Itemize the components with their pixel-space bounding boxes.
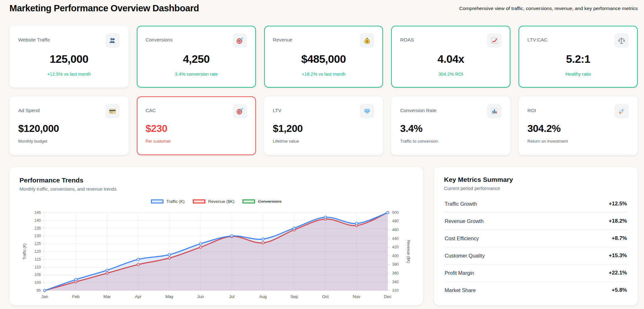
svg-text:500: 500 (392, 210, 399, 215)
summary-row-cost-efficiency: Cost Efficiency +8.7% (444, 230, 628, 247)
summary-row-label: Revenue Growth (445, 218, 484, 224)
svg-text:$: $ (366, 40, 368, 43)
bar-chart-icon (487, 104, 502, 118)
legend-label-revenue-k: Revenue ($K) (208, 199, 234, 204)
svg-text:Dec: Dec (384, 294, 391, 299)
svg-text:Sep: Sep (290, 294, 298, 299)
svg-text:Apr: Apr (135, 294, 142, 299)
svg-text:Aug: Aug (259, 294, 267, 299)
kpi-card-ltv-cac: LTV:CAC 5.2:1 Healthy ratio (519, 26, 638, 88)
svg-text:May: May (165, 294, 174, 299)
summary-row-value: +15.3% (609, 252, 627, 259)
svg-text:Revenue ($K): Revenue ($K) (406, 240, 411, 263)
kpi-sub: +18.2% vs last month (273, 72, 375, 77)
bottom-section: Performance Trends Monthly traffic, conv… (9, 167, 638, 305)
kpi-label: Ad Spend (18, 104, 40, 113)
page-subtitle: Comprehensive view of traffic, conversio… (459, 6, 638, 11)
kpi-card-roi: ROI 304.2% Return on investment (519, 96, 638, 155)
svg-text:320: 320 (392, 288, 399, 293)
svg-text:120: 120 (34, 249, 41, 254)
header: Marketing Performance Overview Dashboard… (9, 3, 638, 19)
summary-subtitle: Current period performance (444, 186, 628, 191)
svg-text:Oct: Oct (322, 294, 329, 299)
kpi-row-secondary: Ad Spend $120,000 Monthly budget CAC $23… (9, 96, 638, 155)
svg-text:130: 130 (34, 234, 41, 238)
chart-up-icon (487, 33, 502, 48)
svg-text:135: 135 (34, 226, 41, 230)
summary-row-profit-margin: Profit Margin +22.1% (444, 264, 628, 282)
svg-text:110: 110 (35, 265, 41, 269)
svg-text:440: 440 (392, 236, 399, 241)
kpi-label: LTV:CAC (527, 33, 547, 43)
kpi-label: ROI (527, 104, 536, 113)
svg-text:100: 100 (34, 280, 41, 285)
svg-text:Mar: Mar (103, 294, 111, 299)
svg-text:480: 480 (392, 219, 399, 223)
summary-rows: Traffic Growth +12.5% Revenue Growth +18… (444, 195, 628, 299)
kpi-sub: Traffic to conversion (400, 139, 502, 144)
legend-label-traffic-k: Traffic (K) (166, 199, 185, 204)
svg-text:105: 105 (34, 273, 41, 277)
kpi-sub: Return on investment (527, 139, 629, 144)
chart-legend: Traffic (K)Revenue ($K)Conversions (19, 199, 413, 204)
kpi-label: Conversions (146, 33, 173, 43)
kpi-label: Website Traffic (18, 33, 50, 43)
chart-title: Performance Trends (19, 176, 413, 184)
kpi-value: 5.2:1 (527, 53, 629, 65)
svg-text:145: 145 (34, 210, 41, 215)
rocket-icon (614, 104, 629, 118)
kpi-value: 125,000 (18, 53, 120, 65)
svg-text:460: 460 (392, 228, 399, 232)
svg-text:125: 125 (34, 241, 41, 246)
svg-text:Jun: Jun (197, 294, 204, 299)
kpi-label: Conversion Rate (400, 104, 436, 113)
kpi-label: CAC (146, 104, 156, 113)
kpi-card-roas: ROAS 4.04x 304.2% ROI (391, 26, 510, 88)
kpi-card-conversion-rate: Conversion Rate 3.4% Traffic to conversi… (391, 96, 510, 155)
kpi-card-revenue: Revenue $ $485,000 +18.2% vs last month (264, 26, 383, 88)
summary-row-value: +18.2% (609, 218, 627, 224)
performance-trends-card: Performance Trends Monthly traffic, conv… (9, 167, 423, 305)
svg-text:115: 115 (35, 257, 41, 262)
scales-icon (614, 33, 629, 48)
summary-row-customer-quality: Customer Quality +15.3% (444, 247, 628, 264)
summary-row-label: Customer Quality (445, 253, 485, 259)
legend-item-traffic-k[interactable]: Traffic (K) (151, 199, 185, 204)
kpi-value: 4,250 (146, 53, 247, 65)
kpi-value: 304.2% (527, 123, 629, 134)
legend-item-revenue-k[interactable]: Revenue ($K) (193, 199, 234, 204)
summary-row-value: +22.1% (609, 270, 627, 276)
summary-row-traffic-growth: Traffic Growth +12.5% (444, 195, 628, 213)
target-icon (233, 33, 247, 48)
kpi-sub: Monthly budget (18, 139, 120, 144)
summary-row-label: Cost Efficiency (445, 236, 479, 241)
kpi-sub: Per customer (146, 139, 247, 144)
performance-trends-chart[interactable]: 9510010511011512012513013514014532034036… (19, 206, 413, 306)
summary-title: Key Metrics Summary (444, 176, 628, 183)
summary-row-value: +5.8% (612, 287, 627, 293)
kpi-card-cac: CAC $230 Per customer (137, 96, 256, 155)
legend-swatch-conversions (242, 199, 255, 203)
dashboard-page: Marketing Performance Overview Dashboard… (0, 0, 644, 309)
summary-row-revenue-growth: Revenue Growth +18.2% (444, 213, 628, 230)
summary-row-label: Market Share (445, 287, 476, 293)
summary-row-market-share: Market Share +5.8% (444, 282, 628, 299)
users-icon (105, 33, 120, 48)
kpi-sub: +12.5% vs last month (18, 72, 120, 77)
svg-text:360: 360 (392, 271, 399, 275)
svg-text:140: 140 (34, 218, 41, 223)
legend-swatch-revenue-k (193, 199, 205, 203)
summary-row-value: +12.5% (609, 201, 627, 207)
kpi-card-ltv: LTV $1,200 Lifetime value (264, 96, 383, 155)
kpi-value: $230 (146, 123, 247, 134)
kpi-sub: 304.2% ROI (400, 72, 502, 77)
kpi-value: $485,000 (273, 53, 375, 65)
legend-item-conversions[interactable]: Conversions (242, 199, 281, 204)
kpi-sub: Lifetime value (273, 139, 375, 144)
kpi-value: $120,000 (18, 123, 120, 134)
kpi-sub: 3.4% conversion rate (146, 72, 247, 77)
summary-row-value: +8.7% (612, 235, 627, 241)
kpi-sub: Healthy ratio (527, 72, 629, 77)
summary-row-label: Profit Margin (445, 270, 474, 276)
svg-text:Jan: Jan (41, 294, 48, 299)
